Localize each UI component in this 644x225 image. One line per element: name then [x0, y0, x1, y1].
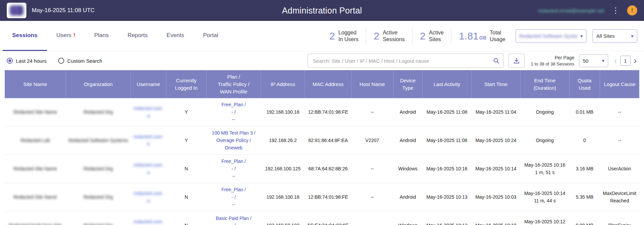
column-header-plan-[interactable]: Plan /Traffic Policy /WAN Profile	[206, 70, 261, 98]
end-time: May-16-2025 10:12	[522, 218, 568, 225]
current-page-number[interactable]: 1	[620, 56, 630, 66]
column-header-organization[interactable]: Organization	[66, 70, 131, 98]
time-range-radios: Last 24 hours Custom Search	[7, 58, 102, 64]
radio-selected-icon	[7, 58, 13, 64]
column-header-logout-cause[interactable]: Logout Cause	[600, 70, 639, 98]
kebab-menu-icon[interactable]: ⋮	[610, 6, 621, 15]
radio-last-24-hours[interactable]: Last 24 hours	[7, 58, 47, 64]
organization-selector[interactable]: Redacted Software Systems ▾	[516, 29, 587, 43]
cell-plan-policy-profile: 100 MB Test Plan 3 /Overage Policy /Onew…	[206, 126, 261, 155]
plan-link[interactable]: Free_Plan /	[208, 101, 259, 109]
username-link[interactable]: redacted.user.a	[134, 162, 164, 175]
stat-active-sessions: 2ActiveSessions	[374, 29, 405, 42]
search-input[interactable]	[308, 54, 504, 68]
cell-organization: Redacted Software Systems	[66, 126, 131, 155]
plan-link[interactable]: Oneweb	[208, 144, 259, 152]
tab-users[interactable]: Users!	[47, 21, 85, 51]
column-header-start-time[interactable]: Start Time	[471, 70, 520, 98]
username-link[interactable]: redacted.user.c	[134, 219, 164, 225]
plan-link[interactable]: Basic Paid Plan /	[208, 215, 259, 222]
app-logo	[7, 3, 26, 18]
radio-custom-search[interactable]: Custom Search	[58, 58, 102, 64]
top-bar: May-16-2025 11:08 UTC Administration Por…	[0, 0, 644, 21]
tab-reports[interactable]: Reports	[118, 21, 157, 51]
prev-page-icon[interactable]: ‹	[614, 57, 618, 65]
column-header-last-activity[interactable]: Last Activity	[423, 70, 472, 98]
tab-sessions[interactable]: Sessions	[3, 21, 47, 51]
cell-start-time: May-16-2025 10:14	[471, 155, 520, 183]
plan-link[interactable]: --	[208, 116, 259, 123]
cell-last-activity: May-16-2025 11:08	[423, 126, 472, 155]
table-row: Redacted Site NameRedacted Orgredacted.u…	[5, 98, 639, 126]
column-header-quota-used[interactable]: Quota Used	[569, 70, 600, 98]
column-header-end-time[interactable]: End Time(Duration)	[520, 70, 569, 98]
radio-last-24-label: Last 24 hours	[16, 58, 47, 64]
column-header-site-name[interactable]: Site Name	[5, 70, 66, 98]
cell-host-name: --	[351, 212, 393, 225]
column-header-ip-address[interactable]: IP Address	[261, 70, 305, 98]
username-link[interactable]: redacted.user.a	[134, 191, 164, 203]
notification-badge[interactable]: !	[627, 5, 637, 16]
tab-portal[interactable]: Portal	[194, 21, 228, 51]
plan-link[interactable]: - /	[208, 222, 259, 225]
table-row: Redacted Site NameRedacted Orgredacted.u…	[5, 183, 639, 212]
tab-alert-icon: !	[73, 32, 75, 39]
results-range-text: 1 to 38 of 38 Sessions	[531, 61, 574, 67]
organization-selector-value: Redacted Software Systems	[519, 33, 577, 39]
topbar-right-group: redacted.email@example.net ⋮ !	[538, 5, 637, 16]
per-page-select[interactable]: 50 ▾	[579, 54, 608, 67]
cell-host-name: V2207	[351, 126, 393, 155]
plan-link[interactable]: - /	[208, 109, 259, 116]
cell-organization: Redacted Org	[66, 183, 131, 212]
cell-ip-address: 192.168.100.18	[261, 183, 305, 212]
stat-label: ActiveSites	[429, 29, 444, 42]
stat-value: 2	[374, 30, 379, 42]
radio-custom-label: Custom Search	[67, 58, 102, 64]
username-link[interactable]: redacted.user.b	[134, 134, 164, 147]
stat-active-sites: 2ActiveSites	[420, 29, 444, 42]
tab-plans[interactable]: Plans	[85, 21, 118, 51]
cell-quota-used: 0.99 MB	[569, 212, 600, 225]
plan-link[interactable]: Overage Policy /	[208, 137, 259, 144]
filter-bar: Last 24 hours Custom Search Per Page 1 t…	[0, 51, 644, 70]
cell-mac-address: 68:7A:64:62:8B:26	[305, 155, 351, 183]
column-header-device-type[interactable]: Device Type	[393, 70, 423, 98]
stat-unit: GB	[479, 35, 486, 40]
all-sites-selector[interactable]: All Sites ▾	[593, 29, 637, 43]
plan-link[interactable]: 100 MB Test Plan 3 /	[208, 130, 259, 137]
column-header-mac-address[interactable]: MAC Address	[305, 70, 351, 98]
column-header-username[interactable]: Username	[130, 70, 166, 98]
cell-mac-address: 12:BB:74:01:98:FE	[305, 183, 351, 212]
plan-link[interactable]: --	[208, 201, 259, 208]
cell-ip-address: 192.168.26.2	[261, 126, 305, 155]
cell-organization: Redacted Org	[66, 155, 131, 183]
next-page-icon[interactable]: ›	[633, 57, 637, 65]
per-page-label: Per Page	[531, 55, 574, 61]
tab-events[interactable]: Events	[157, 21, 194, 51]
cell-last-activity: May-16-2025 10:13	[423, 183, 472, 212]
column-header-host-name[interactable]: Host Name	[351, 70, 393, 98]
cell-organization: Redacted Org	[66, 212, 131, 225]
cell-logout-cause: PlanExpiry	[600, 212, 639, 225]
cell-site-name: Redacted Node from Site	[5, 212, 66, 225]
cell-site-name: Redacted Site Name	[5, 183, 66, 212]
cell-logout-cause: --	[600, 126, 639, 155]
cell-currently-logged-in: N	[166, 155, 206, 183]
tab-label: Users	[56, 32, 71, 39]
cell-end-time-duration: Ongoing	[520, 126, 569, 155]
search-icon[interactable]	[493, 57, 500, 64]
username-link[interactable]: redacted.user.a	[134, 106, 164, 118]
cell-start-time: May-16-2025 10:03	[471, 183, 520, 212]
column-header-currently-logged-in[interactable]: Currently Logged In	[166, 70, 206, 98]
cell-end-time-duration: May-16-2025 10:122 m, 19 s	[520, 212, 569, 225]
all-sites-selector-value: All Sites	[596, 33, 615, 39]
cell-device-type: Android	[393, 126, 423, 155]
end-time: Ongoing	[522, 109, 568, 116]
plan-link[interactable]: Free_Plan /	[208, 186, 259, 194]
plan-link[interactable]: - /	[208, 165, 259, 173]
stat-total-usage: 1.81GBTotalUsage	[459, 29, 505, 42]
plan-link[interactable]: - /	[208, 194, 259, 201]
plan-link[interactable]: Free_Plan /	[208, 158, 259, 165]
plan-link[interactable]: --	[208, 173, 259, 180]
download-button[interactable]	[508, 54, 525, 68]
